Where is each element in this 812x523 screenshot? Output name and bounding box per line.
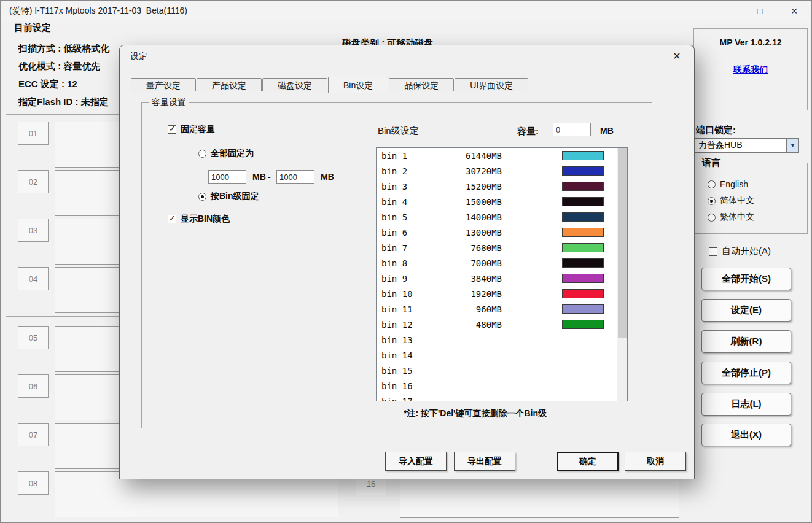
bin-name: bin 15 — [377, 366, 433, 376]
slot-number: 03 — [18, 219, 49, 242]
contact-us-link[interactable]: 联系我们 — [694, 64, 807, 76]
dialog-close-icon[interactable]: ✕ — [667, 49, 687, 63]
bin-row[interactable]: bin 230720MB — [377, 163, 617, 179]
fixed-capacity-checkbox[interactable]: 固定容量 — [168, 124, 215, 135]
chevron-down-icon[interactable]: ▼ — [786, 139, 798, 152]
minimize-icon[interactable]: — — [708, 1, 743, 21]
fixed-capacity-label: 固定容量 — [181, 124, 215, 135]
radio-icon — [708, 214, 716, 222]
import-config-button[interactable]: 导入配置 — [385, 452, 447, 471]
bin-color-swatch — [562, 304, 604, 314]
radio-icon — [198, 193, 206, 201]
mp-version-text: MP Ver 1.0.2.12 — [694, 37, 807, 47]
bin-color-swatch — [562, 166, 604, 176]
port-lock-dropdown[interactable]: 力普森HUB ▼ — [695, 138, 799, 153]
bin-name: bin 6 — [377, 228, 433, 238]
bin-row[interactable]: bin 17 — [377, 393, 617, 401]
bin-name: bin 4 — [377, 197, 433, 207]
export-config-button[interactable]: 导出配置 — [454, 452, 515, 471]
bin-row[interactable]: bin 15 — [377, 363, 617, 378]
side-button[interactable]: 退出(X) — [701, 424, 791, 446]
bin-color-swatch — [562, 243, 604, 252]
side-button[interactable]: 全部停止(P) — [701, 362, 791, 384]
bin-row[interactable]: bin 14 — [377, 347, 617, 363]
settings-dialog: 设定 ✕ 量产设定产品设定磁盘设定Bin设定品保设定UI界面设定 容量设置 固定… — [119, 45, 695, 479]
bin-name: bin 11 — [377, 304, 433, 314]
bin-row[interactable]: bin 12480MB — [377, 317, 617, 332]
bin-size: 30720MB — [433, 166, 502, 176]
bin-row[interactable]: bin 11960MB — [377, 301, 617, 317]
slot-number: 07 — [18, 423, 49, 446]
radio-icon — [708, 180, 716, 188]
bin-row[interactable]: bin 101920MB — [377, 286, 617, 301]
all-fixed-radio[interactable]: 全部固定为 — [198, 148, 254, 159]
bin-name: bin 13 — [377, 335, 433, 345]
language-option-label: English — [720, 179, 748, 189]
bin-row[interactable]: bin 13 — [377, 332, 617, 347]
bin-name: bin 8 — [377, 258, 433, 268]
side-button[interactable]: 全部开始(S) — [701, 268, 791, 290]
bin-row[interactable]: bin 87000MB — [377, 255, 617, 271]
bin-size: 480MB — [433, 320, 502, 330]
close-icon[interactable]: ✕ — [777, 1, 811, 21]
language-option[interactable]: English — [708, 179, 748, 189]
bin-row[interactable]: bin 93840MB — [377, 271, 617, 286]
bin-row[interactable]: bin 161440MB — [377, 148, 617, 163]
bin-row[interactable]: bin 514000MB — [377, 209, 617, 225]
range-to-input[interactable] — [276, 170, 314, 184]
bin-name: bin 5 — [377, 212, 433, 222]
language-option-label: 简体中文 — [720, 195, 754, 206]
by-bin-label: 按Bin级固定 — [211, 191, 259, 202]
scrollbar-thumb[interactable] — [618, 148, 627, 338]
radio-icon — [708, 197, 716, 205]
range-from-unit-label: MB — [252, 172, 266, 182]
bin-size: 7000MB — [433, 258, 502, 268]
bin-name: bin 9 — [377, 274, 433, 284]
bin-row[interactable]: bin 613000MB — [377, 225, 617, 240]
by-bin-radio[interactable]: 按Bin级固定 — [198, 191, 259, 202]
bin-row[interactable]: bin 415000MB — [377, 194, 617, 209]
bin-list[interactable]: bin 161440MBbin 230720MBbin 315200MBbin … — [376, 147, 628, 401]
ok-button[interactable]: 确定 — [557, 452, 619, 471]
bin-size: 15000MB — [433, 197, 502, 207]
tab-Bin设定[interactable]: Bin设定 — [328, 77, 388, 93]
bin-color-swatch — [562, 258, 604, 268]
side-button[interactable]: 刷新(R) — [701, 330, 791, 353]
bin-row[interactable]: bin 315200MB — [377, 179, 617, 194]
port-lock-value: 力普森HUB — [695, 140, 786, 151]
bin-size: 14000MB — [433, 212, 502, 222]
bin-size: 1920MB — [433, 289, 502, 299]
bin-list-scrollbar[interactable] — [617, 148, 627, 401]
range-from-input[interactable] — [208, 170, 246, 184]
maximize-icon[interactable]: □ — [743, 1, 777, 21]
capacity-input[interactable] — [553, 123, 591, 136]
language-group: 语言 English简体中文繁体中文 — [693, 163, 808, 234]
cancel-button[interactable]: 取消 — [625, 452, 686, 471]
slot-number: 06 — [18, 374, 49, 398]
bin-name: bin 7 — [377, 243, 433, 253]
checkbox-icon — [168, 125, 176, 134]
language-option[interactable]: 简体中文 — [708, 195, 754, 206]
bin-color-swatch — [562, 197, 604, 206]
bin-color-swatch — [562, 289, 604, 298]
window-title: (爱特) I-T117x Mptools 2017-11-03_Beta(111… — [9, 6, 187, 17]
slot-number: 08 — [18, 471, 49, 495]
bin-size: 3840MB — [433, 274, 502, 284]
checkbox-icon — [709, 247, 717, 256]
range-separator-label: - — [268, 172, 271, 182]
auto-start-checkbox[interactable]: 自动开始(A) — [709, 246, 771, 257]
range-to-unit-label: MB — [321, 172, 334, 182]
language-option[interactable]: 繁体中文 — [708, 212, 754, 223]
show-bin-color-checkbox[interactable]: 显示BIN颜色 — [168, 214, 230, 225]
language-option-label: 繁体中文 — [720, 212, 754, 223]
bin-row[interactable]: bin 77680MB — [377, 240, 617, 255]
side-button[interactable]: 设定(E) — [701, 299, 791, 322]
bin-name: bin 1 — [377, 151, 433, 161]
bin-name: bin 2 — [377, 166, 433, 176]
bin-row[interactable]: bin 16 — [377, 378, 617, 393]
bin-name: bin 10 — [377, 289, 433, 299]
side-button[interactable]: 日志(L) — [701, 393, 791, 416]
capacity-group-title: 容量设置 — [149, 97, 189, 108]
checkbox-icon — [168, 215, 176, 223]
all-fixed-label: 全部固定为 — [211, 148, 254, 159]
